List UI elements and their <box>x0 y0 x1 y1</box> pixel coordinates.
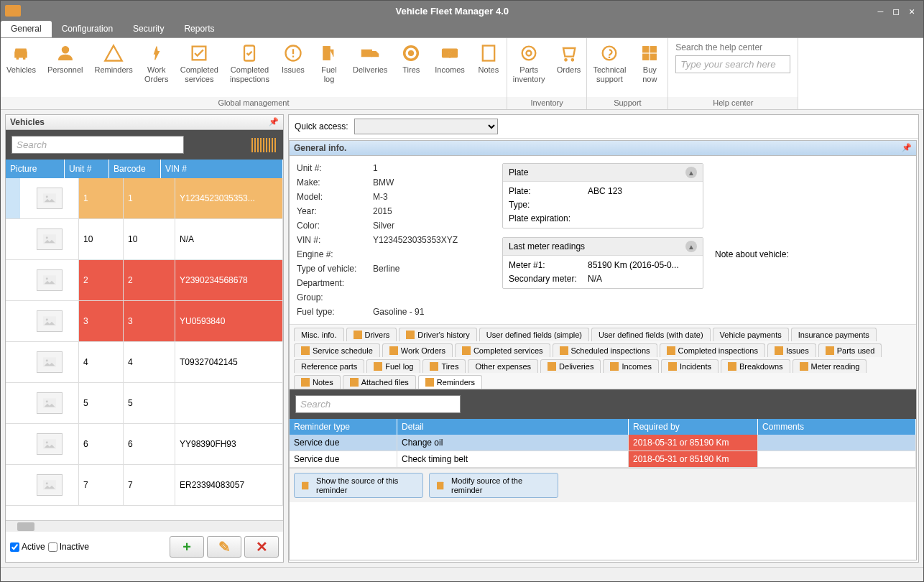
svg-rect-17 <box>643 54 649 60</box>
ribbon-buy-now[interactable]: Buynow <box>632 38 667 97</box>
tab-general[interactable]: General <box>1 21 52 37</box>
table-row[interactable]: 44T09327042145 <box>6 342 283 383</box>
tab-completed-services[interactable]: Completed services <box>455 343 550 357</box>
ribbon-fuel-log[interactable]: Fuellog <box>311 38 347 97</box>
table-row[interactable]: 11Y1234523035353... <box>6 178 283 219</box>
tab-incomes[interactable]: Incomes <box>603 359 659 373</box>
inactive-checkbox[interactable]: Inactive <box>48 542 89 552</box>
minimize-button[interactable]: — <box>878 6 884 17</box>
ribbon-issues[interactable]: Issues <box>275 38 311 97</box>
collapse-icon[interactable]: ▲ <box>685 167 697 178</box>
tab-tires[interactable]: Tires <box>422 359 466 373</box>
tab-insurance-payments[interactable]: Insurance payments <box>791 328 877 341</box>
tab-notes[interactable]: Notes <box>294 375 341 389</box>
reminders-grid[interactable]: Service dueChange oil2018-05-31 or 85190… <box>290 435 916 468</box>
rm-col-comments[interactable]: Comments <box>758 419 916 435</box>
tab-meter-reading[interactable]: Meter reading <box>793 359 867 373</box>
active-checkbox[interactable]: Active <box>10 542 45 552</box>
tab-service-schedule[interactable]: Service schedule <box>294 343 380 357</box>
rm-col-type[interactable]: Reminder type <box>290 419 397 435</box>
table-row[interactable]: 55 <box>6 383 283 424</box>
table-row[interactable]: 1010N/A <box>6 219 283 260</box>
ribbon-vehicles[interactable]: Vehicles <box>1 38 42 97</box>
horizontal-scrollbar[interactable] <box>6 520 283 532</box>
pin-icon[interactable]: 📌 <box>902 143 912 153</box>
vehicles-search-input[interactable] <box>11 136 184 154</box>
ribbon-technical-support[interactable]: Technicalsupport <box>587 38 632 97</box>
ribbon-notes[interactable]: Notes <box>471 38 507 97</box>
table-row[interactable]: 22Y2390234568678 <box>6 260 283 301</box>
rm-col-detail[interactable]: Detail <box>397 419 629 435</box>
tab-user-defined-fields-with-date-[interactable]: User defined fields (with date) <box>591 328 711 341</box>
tab-parts-used[interactable]: Parts used <box>818 343 882 357</box>
help-search-input[interactable] <box>675 55 790 73</box>
col-vin[interactable]: VIN # <box>161 160 283 178</box>
reminders-search-input[interactable] <box>295 395 461 413</box>
svg-rect-38 <box>389 346 398 355</box>
app-logo-icon <box>5 5 21 17</box>
edit-button[interactable]: ✎ <box>207 536 241 558</box>
ribbon-tires[interactable]: Tires <box>393 38 429 97</box>
reminder-row[interactable]: Service dueCheck timing belt2018-05-31 o… <box>290 451 916 468</box>
table-row[interactable]: 77ER23394083057 <box>6 465 283 506</box>
svg-point-11 <box>522 47 536 60</box>
tab-fuel-log[interactable]: Fuel log <box>366 359 420 373</box>
modify-source-button[interactable]: Modify source of the reminder <box>429 473 558 498</box>
ribbon-parts-inventory[interactable]: Partsinventory <box>507 38 551 97</box>
tab-drivers[interactable]: Drivers <box>346 328 397 341</box>
tab-reference-parts[interactable]: Reference parts <box>294 359 364 373</box>
tab-work-orders[interactable]: Work Orders <box>382 343 453 357</box>
maximize-button[interactable]: □ <box>893 6 899 17</box>
plate-card-title: Plate <box>509 167 528 177</box>
tab-vehicle-payments[interactable]: Vehicle payments <box>713 328 789 341</box>
table-row[interactable]: 33YU0593840 <box>6 301 283 342</box>
vehicles-grid-header: Picture Unit # Barcode VIN # <box>6 160 283 178</box>
completed-inspections-icon <box>239 42 260 64</box>
tab-reports[interactable]: Reports <box>174 21 224 37</box>
ribbon-deliveries[interactable]: Deliveries <box>347 38 393 97</box>
col-picture[interactable]: Picture <box>6 160 65 178</box>
tab-security[interactable]: Security <box>123 21 174 37</box>
vehicles-grid[interactable]: 11Y1234523035353...1010N/A22Y23902345686… <box>6 178 283 520</box>
ribbon-personnel[interactable]: Personnel <box>42 38 89 97</box>
ribbon-incomes[interactable]: $Incomes <box>429 38 471 97</box>
tab-attached-files[interactable]: Attached files <box>343 375 416 389</box>
ribbon-completed-inspections[interactable]: Completedinspections <box>224 38 275 97</box>
tab-issues[interactable]: Issues <box>767 343 816 357</box>
show-source-button[interactable]: Show the source of this reminder <box>294 473 423 498</box>
ribbon-work-orders[interactable]: WorkOrders <box>139 38 175 97</box>
tab-deliveries[interactable]: Deliveries <box>540 359 601 373</box>
tab-breakdowns[interactable]: Breakdowns <box>721 359 790 373</box>
ribbon-completed-services[interactable]: Completedservices <box>175 38 224 97</box>
tab-configuration[interactable]: Configuration <box>52 21 123 37</box>
svg-rect-49 <box>728 362 736 371</box>
tab-completed-inspections[interactable]: Completed inspections <box>660 343 765 357</box>
col-barcode[interactable]: Barcode <box>109 160 161 178</box>
collapse-icon[interactable]: ▲ <box>685 241 697 252</box>
barcode-icon[interactable] <box>251 138 277 152</box>
svg-point-14 <box>572 59 575 62</box>
col-unit[interactable]: Unit # <box>65 160 109 178</box>
tab-reminders[interactable]: Reminders <box>418 375 482 389</box>
tab-other-expenses[interactable]: Other expenses <box>468 359 538 373</box>
table-row[interactable]: 66YY98390FH93 <box>6 424 283 465</box>
tab-scheduled-inspections[interactable]: Scheduled inspections <box>553 343 657 357</box>
tab-incidents[interactable]: Incidents <box>661 359 719 373</box>
vehicles-panel-title: Vehicles📌 <box>6 115 283 130</box>
svg-point-32 <box>45 441 47 443</box>
field-unit_no-label: Unit #: <box>297 163 369 173</box>
quick-access-select[interactable] <box>354 119 498 134</box>
ribbon-group-label: Help center <box>668 97 798 109</box>
pin-icon[interactable]: 📌 <box>269 117 279 127</box>
tab-driver-s-history[interactable]: Driver's history <box>399 328 476 341</box>
close-button[interactable]: ✕ <box>909 6 915 17</box>
image-icon <box>37 351 63 373</box>
rm-col-required[interactable]: Required by <box>629 419 758 435</box>
ribbon-reminders[interactable]: Reminders <box>89 38 139 97</box>
tab-misc-info-[interactable]: Misc. info. <box>294 328 344 341</box>
reminder-row[interactable]: Service dueChange oil2018-05-31 or 85190… <box>290 435 916 451</box>
delete-button[interactable]: ✕ <box>244 536 279 558</box>
add-button[interactable]: + <box>170 536 204 558</box>
tab-user-defined-fields-simple-[interactable]: User defined fields (simple) <box>479 328 589 341</box>
ribbon-orders[interactable]: Orders <box>550 38 586 97</box>
